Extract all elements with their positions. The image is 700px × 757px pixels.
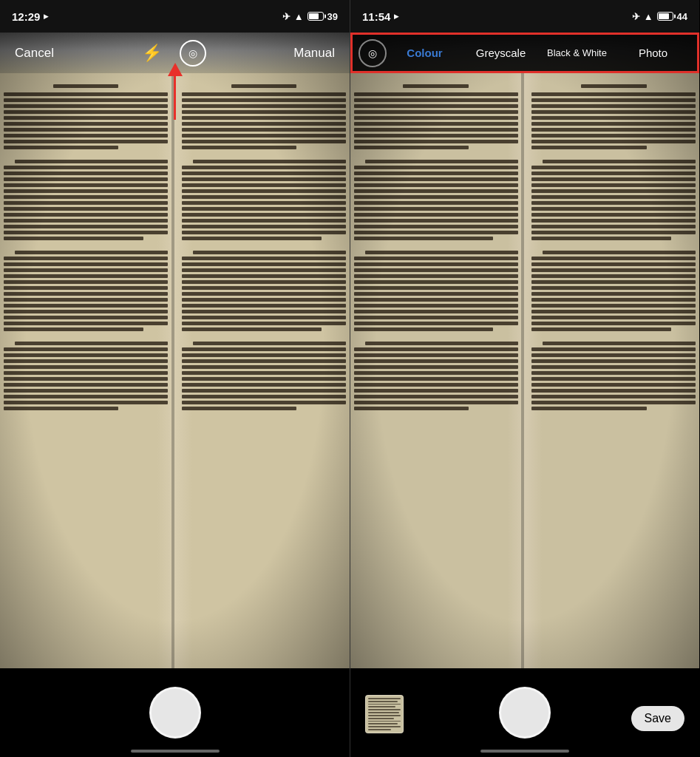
tab-photo[interactable]: Photo	[615, 39, 691, 67]
right-battery-tip	[674, 15, 676, 18]
right-status-right: ✈ ▲ 44	[632, 11, 687, 22]
tab-colour[interactable]: Colour	[387, 39, 463, 67]
segment-control-bar: ◎ Colour Greyscale Black & White Photo	[350, 33, 699, 73]
save-button[interactable]: Save	[631, 706, 684, 731]
right-bottom-bar: Save	[350, 668, 699, 757]
left-home-indicator	[131, 750, 220, 753]
scan-icon-glyph: ◎	[368, 47, 377, 59]
flash-icon[interactable]: ⚡	[142, 44, 162, 63]
right-status-left: 11:54 ▸	[362, 10, 398, 23]
left-bottom-bar	[0, 668, 350, 757]
right-battery-pct: 44	[677, 11, 687, 22]
right-wifi-icon: ▲	[644, 11, 653, 22]
right-book-bg	[350, 33, 699, 668]
right-time: 11:54	[362, 10, 390, 23]
left-location-icon: ▸	[44, 11, 48, 21]
thumbnail-content	[366, 696, 403, 733]
tab-greyscale[interactable]: Greyscale	[463, 39, 539, 67]
left-battery-pct: 39	[327, 11, 338, 22]
left-battery	[307, 12, 324, 21]
manual-button[interactable]: Manual	[293, 46, 335, 61]
cancel-button[interactable]: Cancel	[15, 46, 54, 61]
left-battery-tip	[324, 15, 326, 18]
segment-tabs: Colour Greyscale Black & White Photo	[387, 39, 691, 67]
scan-mode-icon[interactable]: ◎	[180, 40, 206, 67]
right-shutter-button[interactable]	[499, 687, 551, 739]
scan-thumbnail[interactable]	[365, 695, 404, 733]
left-airplane-icon: ✈	[282, 11, 290, 22]
left-camera-view	[0, 33, 350, 668]
arrow-indicator	[168, 63, 183, 120]
left-status-bar: 12:29 ▸ ✈ ▲ 39	[0, 0, 350, 33]
right-panel: 11:54 ▸ ✈ ▲ 44 ◎ Colour Greyscale Black	[350, 0, 699, 757]
left-book-bg	[0, 33, 350, 668]
left-battery-fill	[309, 13, 319, 19]
left-wifi-icon: ▲	[294, 11, 304, 22]
left-shutter-button[interactable]	[149, 687, 201, 739]
tab-black-white[interactable]: Black & White	[539, 39, 615, 67]
right-location-icon: ▸	[394, 11, 398, 21]
left-status-right: ✈ ▲ 39	[282, 11, 338, 22]
arrow-head	[168, 63, 183, 76]
left-panel: 12:29 ▸ ✈ ▲ 39 Cancel ⚡ ◎ Manual	[0, 0, 350, 757]
right-airplane-icon: ✈	[632, 11, 640, 22]
right-status-bar: 11:54 ▸ ✈ ▲ 44	[350, 0, 699, 33]
right-battery-fill	[659, 13, 669, 19]
arrow-line	[174, 75, 176, 120]
left-status-left: 12:29 ▸	[12, 10, 48, 23]
right-home-indicator	[480, 750, 569, 753]
scan-icon[interactable]: ◎	[359, 39, 387, 67]
right-camera-view	[350, 33, 699, 668]
right-battery	[657, 12, 673, 21]
left-time: 12:29	[12, 10, 40, 23]
